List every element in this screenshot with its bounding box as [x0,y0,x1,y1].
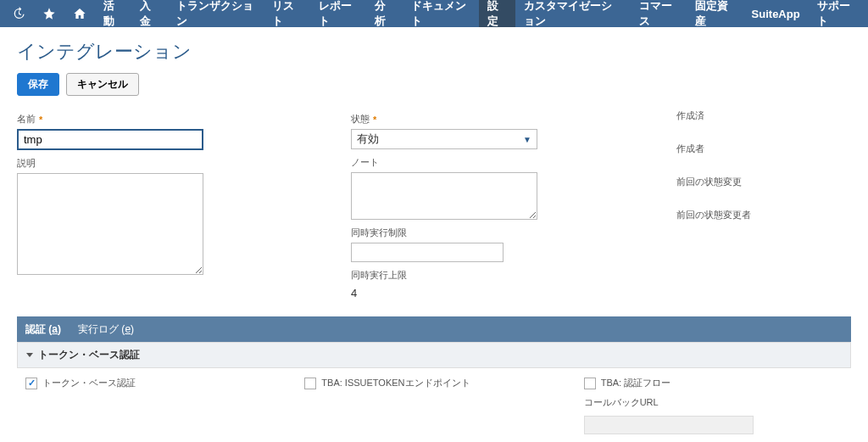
chk-tba-issuetoken-label: TBA: ISSUETOKENエンドポイント [321,377,470,389]
callback-url-label: コールバックURL [584,396,843,409]
state-label-text: 状態 [351,113,370,126]
form-col-2: 状態 * 有効 ▼ ノート 同時実行制限 同時実行上限 4 [351,109,656,299]
name-label-text: 名前 [17,113,36,126]
star-icon[interactable] [34,0,64,27]
meta-creator: 作成者 [676,143,846,155]
state-select[interactable]: 有効 ▼ [351,129,537,149]
nav-commerce[interactable]: コマース [631,0,687,27]
nav-report[interactable]: レポート [310,0,366,27]
subtabs: 認証 (a) 実行ログ (e) [17,316,851,342]
meta-last-state-changer: 前回の状態変更者 [676,209,846,221]
tab-log[interactable]: 実行ログ (e) [78,322,134,337]
nav-deposit[interactable]: 入金 [131,0,168,27]
concurrency-max-label: 同時実行上限 [351,269,656,282]
tab-log-label: 実行ログ [78,323,119,335]
token-col-1: トークン・ベース認証 [25,377,284,434]
concurrency-max-value: 4 [351,285,656,299]
state-label: 状態 * [351,113,656,126]
chk-token-based-row: トークン・ベース認証 [25,377,284,389]
chk-token-based-label: トークン・ベース認証 [42,377,136,389]
description-textarea[interactable] [17,173,203,275]
home-icon[interactable] [64,0,95,27]
chevron-down-icon [26,353,33,357]
nav-analysis[interactable]: 分析 [366,0,403,27]
tab-auth-key: a [52,323,58,335]
nav-list[interactable]: リスト [264,0,310,27]
meta-last-state-change: 前回の状態変更 [676,176,846,188]
page-content: インテグレーション 保存 キャンセル 名前 * 説明 状態 * 有効 ▼ ノート [0,27,868,442]
description-label: 説明 [17,157,331,170]
nav-fixed-assets[interactable]: 固定資産 [687,0,743,27]
name-label: 名前 * [17,113,331,126]
concurrency-limit-input[interactable] [351,243,504,262]
page-title: インテグレーション [17,39,851,64]
nav-transaction[interactable]: トランザクション [168,0,264,27]
token-col-2: TBA: ISSUETOKENエンドポイント [304,377,563,434]
section-token-auth-body: トークン・ベース認証 TBA: ISSUETOKENエンドポイント TBA: 認… [17,368,851,442]
required-star: * [373,115,376,125]
chk-tba-issuetoken-row: TBA: ISSUETOKENエンドポイント [304,377,563,389]
name-input[interactable] [17,129,203,150]
nav-customization[interactable]: カスタマイゼーション [515,0,631,27]
callback-url-field [584,416,754,434]
chk-tba-authflow-row: TBA: 認証フロー [584,377,843,389]
history-icon[interactable] [3,0,34,27]
chk-token-based[interactable] [25,378,37,389]
cancel-button[interactable]: キャンセル [66,73,139,96]
chk-tba-authflow-label: TBA: 認証フロー [601,377,671,389]
section-token-auth-header[interactable]: トークン・ベース認証 [17,342,851,368]
meta-created: 作成済 [676,109,846,122]
token-col-3: TBA: 認証フロー コールバックURL [584,377,843,434]
tab-auth[interactable]: 認証 (a) [25,322,61,337]
nav-setup[interactable]: 設定 [479,0,515,27]
nav-suiteapp[interactable]: SuiteApp [743,0,809,27]
nav-activity[interactable]: 活動 [95,0,131,27]
form-col-3: 作成済 作成者 前回の状態変更 前回の状態変更者 [676,109,846,299]
button-row: 保存 キャンセル [17,73,851,96]
concurrency-limit-label: 同時実行制限 [351,227,656,239]
section-token-auth-title: トークン・ベース認証 [38,348,140,362]
required-star: * [39,115,42,125]
nav-document[interactable]: ドキュメント [403,0,479,27]
save-button[interactable]: 保存 [17,73,59,96]
note-label: ノート [351,156,656,169]
form-col-1: 名前 * 説明 [17,109,331,299]
note-textarea[interactable] [351,172,537,220]
state-select-value: 有効 [357,131,379,147]
chk-tba-issuetoken[interactable] [304,378,316,389]
form-grid: 名前 * 説明 状態 * 有効 ▼ ノート 同時実行制限 同時実行上限 4 [17,109,851,299]
top-nav: 活動 入金 トランザクション リスト レポート 分析 ドキュメント 設定 カスタ… [0,0,868,27]
chk-tba-authflow[interactable] [584,378,596,389]
chevron-down-icon: ▼ [523,135,531,144]
tab-auth-label: 認証 [25,323,46,335]
nav-support[interactable]: サポート [809,0,865,27]
tab-log-key: e [125,323,131,335]
